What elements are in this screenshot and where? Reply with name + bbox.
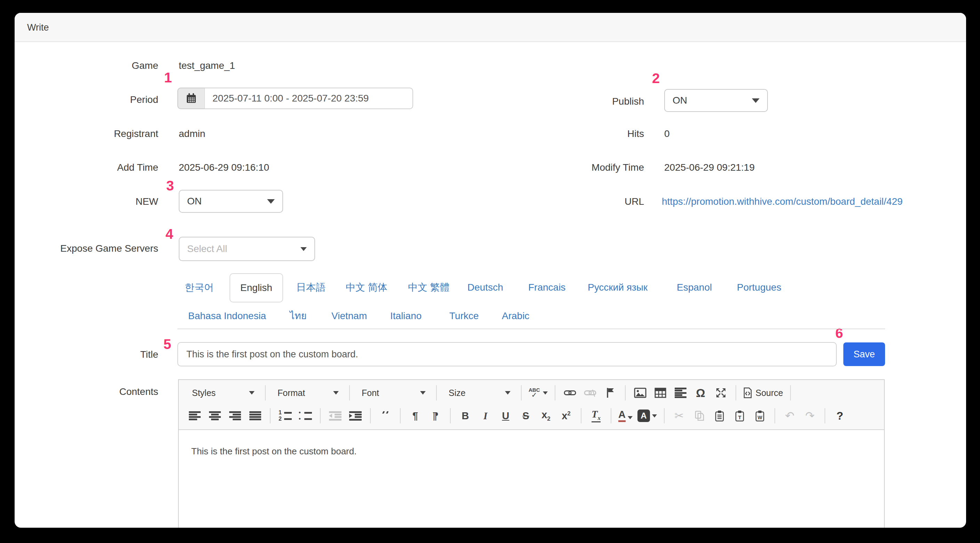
align-center-button[interactable] xyxy=(207,407,223,425)
redo-icon: ↷ xyxy=(805,409,815,422)
paste-icon xyxy=(714,410,725,422)
tab-japanese[interactable]: 日本語 xyxy=(296,282,326,294)
strikethrough-button[interactable]: S xyxy=(518,407,533,425)
unlink-button[interactable] xyxy=(582,384,598,402)
publish-select[interactable]: ON xyxy=(664,89,768,112)
annotation-6: 6 xyxy=(835,325,843,341)
modify-time-label: Modify Time xyxy=(501,162,644,173)
align-left-button[interactable] xyxy=(187,407,202,425)
editor-content-area[interactable]: This is the first post on the custom boa… xyxy=(179,430,884,528)
anchor-button[interactable] xyxy=(603,384,618,402)
screen: { "window": { "title": "Write" }, "color… xyxy=(0,0,980,543)
tab-chinese-traditional[interactable]: 中文 繁體 xyxy=(408,282,450,294)
image-button[interactable] xyxy=(633,384,648,402)
maximize-button[interactable] xyxy=(713,384,729,402)
tab-espanol[interactable]: Espanol xyxy=(677,282,712,294)
new-select[interactable]: ON xyxy=(179,190,283,213)
styles-combo[interactable]: Styles xyxy=(187,388,258,398)
bullet-list-icon: • • xyxy=(299,411,312,421)
annotation-2: 2 xyxy=(652,71,660,86)
background-color-button[interactable]: A xyxy=(638,410,657,422)
bullet-list-button[interactable]: • • xyxy=(298,407,313,425)
text-color-button[interactable]: A xyxy=(618,410,633,422)
tab-korean[interactable]: 한국어 xyxy=(185,282,214,294)
tab-francais[interactable]: Francais xyxy=(528,282,565,294)
omega-icon: Ω xyxy=(696,387,705,399)
spellcheck-icon: ABC ✓ xyxy=(528,387,540,399)
ordered-list-button[interactable]: 1 2 xyxy=(277,407,293,425)
remove-format-button[interactable]: Tx xyxy=(589,407,604,425)
cut-button[interactable]: ✂ xyxy=(671,407,687,425)
source-label: Source xyxy=(756,388,783,398)
italic-button[interactable]: I xyxy=(478,407,493,425)
copy-button[interactable] xyxy=(692,407,707,425)
tab-russian[interactable]: Русский язык xyxy=(588,282,648,294)
title-label: Title xyxy=(14,349,158,360)
tab-portugues[interactable]: Portugues xyxy=(737,282,781,294)
hits-value: 0 xyxy=(664,128,670,140)
blockquote-icon: ” xyxy=(381,411,390,420)
toolbar-row-2: 1 2 • • ” xyxy=(179,405,884,427)
redo-button[interactable]: ↷ xyxy=(802,407,818,425)
paste-button[interactable] xyxy=(712,407,727,425)
url-link[interactable]: https://promotion.withhive.com/custom/bo… xyxy=(662,196,903,207)
spellcheck-button[interactable]: ABC ✓ xyxy=(528,387,548,399)
tab-italiano[interactable]: Italiano xyxy=(390,310,422,322)
table-button[interactable] xyxy=(653,384,668,402)
font-combo[interactable]: Font xyxy=(357,388,429,398)
save-button[interactable]: Save xyxy=(843,342,885,366)
source-button[interactable]: Source xyxy=(743,387,783,399)
link-icon xyxy=(564,389,576,397)
publish-select-value: ON xyxy=(673,95,687,106)
period-label: Period xyxy=(14,94,158,105)
tabs-divider xyxy=(177,329,885,329)
tab-arabic[interactable]: Arabic xyxy=(502,310,529,322)
help-button[interactable]: ? xyxy=(832,407,848,425)
editor-toolbar: Styles Format Font Size ABC xyxy=(179,380,884,430)
paste-as-text-button[interactable]: T xyxy=(732,407,747,425)
horizontal-rule-button[interactable] xyxy=(673,384,688,402)
align-justify-button[interactable] xyxy=(248,407,263,425)
modify-time-value: 2025-06-29 09:21:19 xyxy=(664,162,755,173)
tab-bahasa[interactable]: Bahasa Indonesia xyxy=(188,310,266,322)
strikethrough-icon: S xyxy=(522,411,529,421)
underline-button[interactable]: U xyxy=(498,407,513,425)
tab-thai[interactable]: ไทย xyxy=(290,310,307,322)
bold-button[interactable]: B xyxy=(458,407,473,425)
paste-text-icon: T xyxy=(735,410,745,422)
tab-english-active[interactable]: English xyxy=(229,273,283,302)
link-button[interactable] xyxy=(562,384,578,402)
add-time-value: 2025-06-29 09:16:10 xyxy=(179,162,269,173)
tab-vietnam[interactable]: Vietnam xyxy=(331,310,367,322)
outdent-button[interactable] xyxy=(328,407,343,425)
toolbar-row-1: Styles Format Font Size ABC xyxy=(179,382,884,403)
blockquote-button[interactable]: ” xyxy=(378,407,393,425)
help-icon: ? xyxy=(836,410,843,422)
superscript-button[interactable]: x2 xyxy=(558,407,574,425)
underline-icon: U xyxy=(502,411,509,421)
align-right-button[interactable] xyxy=(228,407,243,425)
text-direction-rtl-button[interactable]: ¶ xyxy=(428,407,443,425)
horizontal-rule-icon xyxy=(675,387,686,398)
game-value: test_game_1 xyxy=(179,60,235,71)
size-combo[interactable]: Size xyxy=(444,388,514,398)
format-combo[interactable]: Format xyxy=(273,388,342,398)
special-character-button[interactable]: Ω xyxy=(693,384,708,402)
editor-content-text: This is the first post on the custom boa… xyxy=(191,446,356,457)
paste-from-word-button[interactable]: W xyxy=(752,407,767,425)
title-input[interactable] xyxy=(177,342,837,367)
tab-deutsch[interactable]: Deutsch xyxy=(468,282,503,294)
expose-servers-select[interactable]: Select All xyxy=(179,237,315,261)
undo-button[interactable]: ↶ xyxy=(782,407,797,425)
period-input[interactable] xyxy=(205,87,413,109)
text-direction-ltr-button[interactable]: ¶ xyxy=(407,407,423,425)
calendar-button[interactable] xyxy=(177,87,205,109)
ordered-list-icon: 1 2 xyxy=(278,411,292,421)
indent-button[interactable] xyxy=(348,407,363,425)
tab-chinese-simplified[interactable]: 中文 简体 xyxy=(346,282,387,294)
table-icon xyxy=(654,387,666,398)
tab-turkce[interactable]: Turkce xyxy=(449,310,479,322)
source-icon xyxy=(743,387,752,399)
subscript-button[interactable]: x2 xyxy=(538,407,554,425)
svg-text:T: T xyxy=(738,414,741,420)
